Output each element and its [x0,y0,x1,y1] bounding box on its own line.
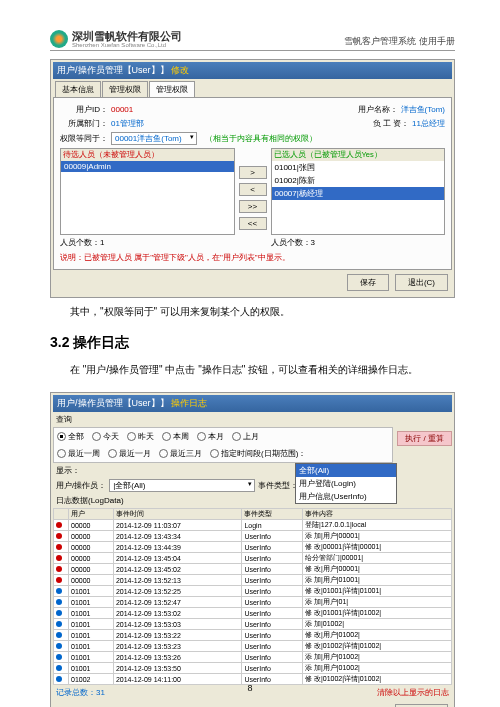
paragraph-2: 在 "用户/操作员管理" 中点击 "操作日志" 按钮，可以查看相关的详细操作日志… [50,362,455,378]
value-userid: 00001 [111,105,133,114]
company-name-en: Shenzhen Xuefan Software Co.,Ltd [72,42,182,48]
type-dropdown[interactable]: 全部(All) 用户登陆(Login) 用户信息(UserInfo) [295,463,397,504]
table-row[interactable]: 000002014-12-09 13:52:13UserInfo添 加|用户|0… [54,575,452,586]
table-row[interactable]: 010012014-12-09 13:52:25UserInfo修 改|0100… [54,586,452,597]
radio-l3month[interactable]: 最近三月 [159,448,202,459]
table-row[interactable]: 010012014-12-09 13:53:26UserInfo添 加|用户|0… [54,652,452,663]
label-userid: 用户ID： [60,104,108,115]
doc-title: 雪帆客户管理系统 使用手册 [344,35,455,48]
list-item[interactable]: 00007|杨经理 [272,187,445,200]
page-header: 深圳雪帆软件有限公司 Shenzhen Xuefan Software Co.,… [50,30,455,51]
label-type: 事件类型： [258,480,298,491]
window-title: 用户/操作员管理【User】】 修改 [53,62,452,79]
filter-panel: 全部 今天 昨天 本周 本月 上月 最近一周 最近一月 最近三月 指定时间段(日… [53,427,393,463]
value-username: 洋吉鱼(Tom) [401,104,445,115]
table-row[interactable]: 000002014-12-09 13:45:04UserInfo给分管部门|00… [54,553,452,564]
perm-hint: （相当于内容具有相同的权限） [205,133,317,144]
available-list[interactable]: 待选人员（未被管理人员） 00009|Admin [60,148,235,235]
count-left: 人员个数：1 [60,237,235,248]
perm-combo[interactable]: 00001洋吉鱼(Tom) [111,132,197,145]
list-item[interactable]: 01002|陈新 [272,174,445,187]
count-right: 人员个数：3 [271,237,446,248]
label-dept: 所属部门： [60,118,108,129]
tab-basic[interactable]: 基本信息 [55,81,101,97]
dropdown-item[interactable]: 用户登陆(Login) [296,477,396,490]
radio-lastmonth[interactable]: 上月 [232,431,259,442]
radio-week[interactable]: 本周 [162,431,189,442]
company-name-cn: 深圳雪帆软件有限公司 [72,31,182,42]
window-title-2: 用户/操作员管理【User】】 操作日志 [53,395,452,412]
selected-list[interactable]: 已选人员（已被管理人员Yes） 01001|张国 01002|陈新 00007|… [271,148,446,235]
radio-range[interactable]: 指定时间段(日期范围)： [210,448,306,459]
label-username: 用户名称： [350,104,398,115]
tab-perm1[interactable]: 管理权限 [102,81,148,97]
table-row[interactable]: 010012014-12-09 13:53:03UserInfo添 加|0100… [54,619,452,630]
page-number: 8 [0,683,500,693]
logo-icon [50,30,68,48]
table-row[interactable]: 010012014-12-09 13:53:02UserInfo修 改|0100… [54,608,452,619]
table-row[interactable]: 010012014-12-09 13:53:23UserInfo修 改|0100… [54,641,452,652]
radio-lweek[interactable]: 最近一周 [57,448,100,459]
screenshot-log: 用户/操作员管理【User】】 操作日志 查询 全部 今天 昨天 本周 本月 上… [50,392,455,707]
radio-yesterday[interactable]: 昨天 [127,431,154,442]
execute-button[interactable]: 执行 / 重算 [397,431,452,446]
log-table: 用户 事件时间 事件类型 事件内容 000002014-12-09 11:03:… [53,508,452,685]
move-all-right-button[interactable]: >> [239,200,267,213]
screenshot-user-edit: 用户/操作员管理【User】】 修改 基本信息 管理权限 管理权限 用户ID：0… [50,59,455,298]
table-row[interactable]: 010012014-12-09 13:53:22UserInfo修 改|用户|0… [54,630,452,641]
paragraph-1: 其中，"权限等同于" 可以用来复制某个人的权限。 [50,304,455,320]
table-row[interactable]: 010012014-12-09 13:52:47UserInfo添 加|用户|0… [54,597,452,608]
list-item[interactable]: 00009|Admin [61,161,234,172]
table-row[interactable]: 000002014-12-09 13:43:34UserInfo添 加|用户|0… [54,531,452,542]
col-type: 事件类型 [242,509,303,520]
save-button[interactable]: 保存 [347,274,389,291]
table-row[interactable]: 000002014-12-09 13:45:02UserInfo修 改|用户|0… [54,564,452,575]
radio-month[interactable]: 本月 [197,431,224,442]
search-label: 查询 [53,412,452,427]
move-all-left-button[interactable]: << [239,217,267,230]
label-user: 用户/操作员： [56,480,106,491]
table-row[interactable]: 000002014-12-09 13:44:39UserInfo修 改|0000… [54,542,452,553]
col-user: 用户 [69,509,114,520]
dropdown-item[interactable]: 全部(All) [296,464,396,477]
radio-all[interactable]: 全部 [57,431,84,442]
list-item[interactable]: 01001|张国 [272,161,445,174]
radio-lmonth[interactable]: 最近一月 [108,448,151,459]
move-right-button[interactable]: > [239,166,267,179]
label-job: 负 工 资： [361,118,409,129]
value-dept: 01管理部 [111,118,144,129]
note-text: 说明：已被管理人员 属于"管理下级"人员，在"用户列表"中显示。 [60,252,445,263]
table-row[interactable]: 000002014-12-09 11:03:07Login登陆|127.0.0.… [54,520,452,531]
col-content: 事件内容 [302,509,451,520]
move-left-button[interactable]: < [239,183,267,196]
dropdown-item[interactable]: 用户信息(UserInfo) [296,490,396,503]
close-button[interactable]: 退出(C) [395,274,448,291]
value-job: 11总经理 [412,118,445,129]
user-combo[interactable]: |全部(All) [109,479,255,492]
label-perm: 权限等同于： [60,133,108,144]
tab-perm2[interactable]: 管理权限 [149,81,195,97]
radio-today[interactable]: 今天 [92,431,119,442]
col-time: 事件时间 [113,509,242,520]
table-row[interactable]: 010012014-12-09 13:53:50UserInfo添 加|用户|0… [54,663,452,674]
section-title: 3.2 操作日志 [50,334,455,352]
